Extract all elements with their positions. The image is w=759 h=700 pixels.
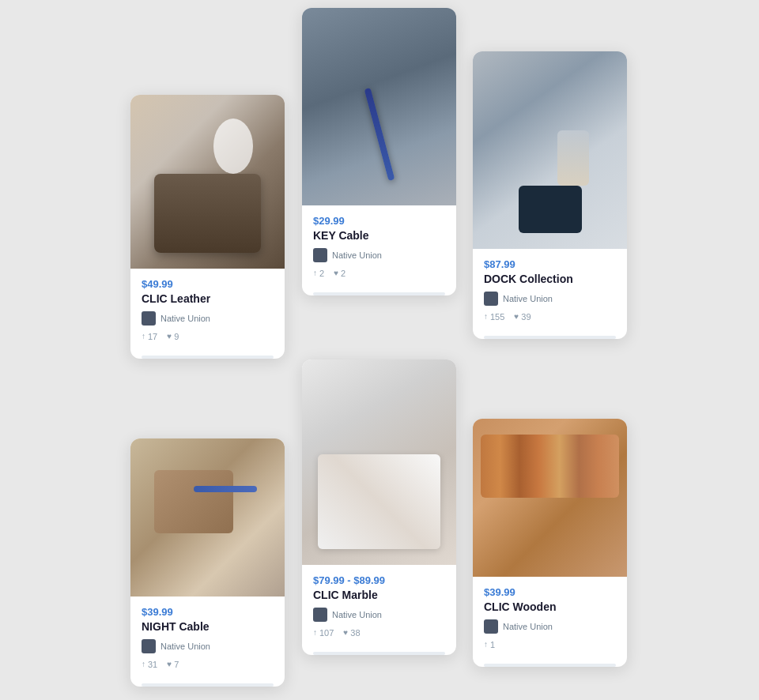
clic-leather-brand-name: Native Union <box>160 314 210 323</box>
likes-icon: ♥ <box>514 312 519 321</box>
night-cable-stats: ↑ 31♥ 7 <box>142 660 274 669</box>
likes-icon: ♥ <box>167 332 172 341</box>
dock-collection-title: DOCK Collection <box>484 273 616 286</box>
clic-leather-footer-bar <box>142 356 274 359</box>
clic-wooden-image <box>473 419 627 577</box>
clic-wooden-brand-name: Native Union <box>503 622 553 631</box>
likes-icon: ♥ <box>334 269 338 277</box>
clic-marble-title: CLIC Marble <box>313 589 445 602</box>
night-cable-stat-likes: ♥ 7 <box>167 660 179 669</box>
clic-wooden-brand: Native Union <box>484 619 616 634</box>
clic-marble-stat-likes: ♥ 38 <box>343 628 360 638</box>
key-cable-price: $29.99 <box>313 215 445 227</box>
night-cable-image <box>130 438 285 597</box>
clic-wooden-stats: ↑ 1 <box>484 640 616 649</box>
night-cable-body: $39.99NIGHT CableNative Union↑ 31♥ 7 <box>130 597 285 677</box>
clic-leather-image <box>130 95 285 269</box>
clic-marble-brand-name: Native Union <box>332 610 382 619</box>
night-cable-stat-count: ↑ 31 <box>142 660 157 669</box>
dock-collection-stat-likes: ♥ 39 <box>514 312 531 322</box>
night-cable-price: $39.99 <box>142 606 274 618</box>
count-icon: ↑ <box>484 640 488 649</box>
clic-marble-body: $79.99 - $89.99CLIC MarbleNative Union↑ … <box>302 565 456 645</box>
clic-wooden-title: CLIC Wooden <box>484 600 616 614</box>
card-clic-leather[interactable]: $49.99CLIC LeatherNative Union↑ 17♥ 9 <box>130 95 285 359</box>
clic-leather-price: $49.99 <box>142 278 274 290</box>
night-cable-title: NIGHT Cable <box>142 620 274 634</box>
key-cable-title: KEY Cable <box>313 229 445 243</box>
clic-leather-body: $49.99CLIC LeatherNative Union↑ 17♥ 9 <box>130 269 285 349</box>
dock-collection-brand-name: Native Union <box>503 294 553 303</box>
clic-marble-brand-avatar <box>313 608 327 622</box>
key-cable-stat-likes: ♥ 2 <box>334 269 346 278</box>
clic-marble-price: $79.99 - $89.99 <box>313 574 445 586</box>
card-dock-collection[interactable]: $87.99DOCK CollectionNative Union↑ 155♥ … <box>473 51 627 339</box>
night-cable-brand: Native Union <box>142 639 274 653</box>
clic-wooden-price: $39.99 <box>484 586 616 598</box>
dock-collection-image <box>473 51 627 249</box>
card-clic-wooden[interactable]: $39.99CLIC WoodenNative Union↑ 1 <box>473 419 627 667</box>
key-cable-brand-avatar <box>313 248 327 262</box>
count-icon: ↑ <box>313 628 317 637</box>
night-cable-brand-name: Native Union <box>160 642 210 651</box>
night-cable-brand-avatar <box>142 639 156 653</box>
clic-marble-image <box>302 359 456 565</box>
clic-wooden-stat-count: ↑ 1 <box>484 640 495 649</box>
clic-marble-brand: Native Union <box>313 608 445 622</box>
clic-leather-stat-likes: ♥ 9 <box>167 332 179 341</box>
card-night-cable[interactable]: $39.99NIGHT CableNative Union↑ 31♥ 7 <box>130 438 285 687</box>
key-cable-stat-count: ↑ 2 <box>313 269 324 278</box>
key-cable-brand-name: Native Union <box>332 250 382 260</box>
clic-marble-stats: ↑ 107♥ 38 <box>313 628 445 638</box>
count-icon: ↑ <box>484 312 488 321</box>
count-icon: ↑ <box>142 332 145 341</box>
clic-leather-stat-count: ↑ 17 <box>142 332 157 341</box>
key-cable-brand: Native Union <box>313 248 445 262</box>
likes-icon: ♥ <box>343 628 348 637</box>
dock-collection-stats: ↑ 155♥ 39 <box>484 312 616 322</box>
card-clic-marble[interactable]: $79.99 - $89.99CLIC MarbleNative Union↑ … <box>302 359 456 655</box>
dock-collection-price: $87.99 <box>484 258 616 270</box>
card-key-cable[interactable]: $29.99KEY CableNative Union↑ 2♥ 2 <box>302 8 456 295</box>
key-cable-footer-bar <box>313 292 445 295</box>
clic-marble-footer-bar <box>313 652 445 655</box>
key-cable-image <box>302 8 456 205</box>
night-cable-footer-bar <box>142 683 274 687</box>
clic-leather-brand-avatar <box>142 311 156 326</box>
dock-collection-brand-avatar <box>484 292 498 306</box>
clic-wooden-brand-avatar <box>484 619 498 634</box>
clic-marble-stat-count: ↑ 107 <box>313 628 334 638</box>
clic-leather-title: CLIC Leather <box>142 292 274 306</box>
cards-container: $49.99CLIC LeatherNative Union↑ 17♥ 9$29… <box>0 0 759 700</box>
key-cable-stats: ↑ 2♥ 2 <box>313 269 445 278</box>
dock-collection-stat-count: ↑ 155 <box>484 312 504 322</box>
clic-leather-brand: Native Union <box>142 311 274 326</box>
key-cable-body: $29.99KEY CableNative Union↑ 2♥ 2 <box>302 205 456 286</box>
dock-collection-footer-bar <box>484 336 616 339</box>
dock-collection-brand: Native Union <box>484 292 616 306</box>
clic-wooden-footer-bar <box>484 664 616 667</box>
likes-icon: ♥ <box>167 660 172 668</box>
clic-wooden-body: $39.99CLIC WoodenNative Union↑ 1 <box>473 577 627 657</box>
dock-collection-body: $87.99DOCK CollectionNative Union↑ 155♥ … <box>473 249 627 329</box>
clic-leather-stats: ↑ 17♥ 9 <box>142 332 274 341</box>
count-icon: ↑ <box>313 269 317 277</box>
count-icon: ↑ <box>142 660 145 668</box>
